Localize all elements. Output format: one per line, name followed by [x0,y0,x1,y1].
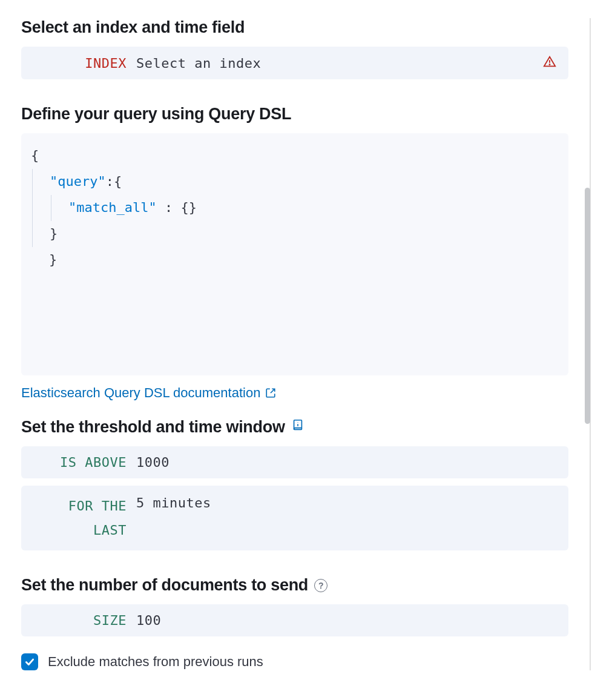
exclude-checkbox[interactable] [21,653,38,670]
exclude-label: Exclude matches from previous runs [48,654,263,670]
index-placeholder: Select an index [136,56,543,71]
code-after-matchall: : {} [157,200,197,215]
size-row[interactable]: SIZE 100 [21,604,568,636]
for-the-last-value: 5 minutes [136,494,556,510]
code-line-5: } [31,252,57,267]
book-info-icon[interactable] [291,418,304,437]
size-label: SIZE [33,613,136,628]
for-the-last-label: FOR THE LAST [33,494,136,542]
size-section-heading: Set the number of documents to send ? [21,576,568,595]
warning-icon [543,55,556,71]
svg-point-1 [549,64,550,65]
size-value: 100 [136,613,556,628]
is-above-label: IS ABOVE [33,455,136,470]
threshold-section-heading: Set the threshold and time window [21,418,568,437]
size-heading-text: Set the number of documents to send [21,576,308,595]
scrollbar-thumb[interactable] [585,188,590,424]
exclude-matches-row[interactable]: Exclude matches from previous runs [21,653,568,670]
is-above-row[interactable]: IS ABOVE 1000 [21,446,568,478]
code-prop-query: "query" [50,174,106,189]
index-section-heading: Select an index and time field [21,18,568,37]
code-after-query: :{ [106,174,122,189]
check-icon [24,656,35,667]
code-prop-matchall: "match_all" [68,200,157,215]
threshold-heading-text: Set the threshold and time window [21,418,285,437]
is-above-value: 1000 [136,455,556,470]
doc-link-text: Elasticsearch Query DSL documentation [21,385,260,401]
query-dsl-doc-link[interactable]: Elasticsearch Query DSL documentation [21,385,276,401]
code-line-1: { [31,148,39,163]
query-dsl-editor[interactable]: { "query":{ "match_all" : {} } } [21,133,568,375]
index-label: INDEX [33,56,136,71]
external-link-icon [265,388,276,398]
query-section-heading: Define your query using Query DSL [21,105,568,124]
for-the-last-row[interactable]: FOR THE LAST 5 minutes [21,486,568,550]
index-select-row[interactable]: INDEX Select an index [21,47,568,79]
help-icon[interactable]: ? [314,579,327,592]
code-line-4: } [50,226,58,241]
